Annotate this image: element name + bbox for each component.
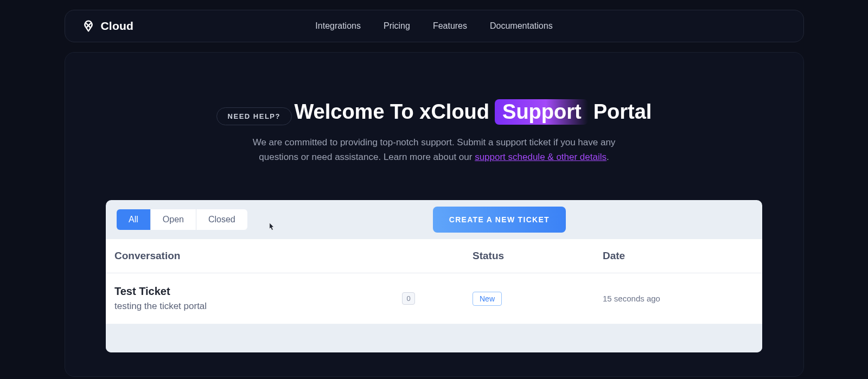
hero: NEED HELP? Welcome To xCloud Support Por… xyxy=(65,84,803,164)
ticket-reply-count-badge: 0 xyxy=(402,292,415,305)
brand-name: Cloud xyxy=(101,20,133,33)
ticket-row-title: Test Ticket xyxy=(114,285,402,298)
primary-nav: Integrations Pricing Features Documentat… xyxy=(315,21,552,31)
ticket-filter-tabs: All Open Closed xyxy=(117,209,247,230)
nav-link-integrations[interactable]: Integrations xyxy=(315,21,361,31)
support-schedule-link[interactable]: support schedule & other details xyxy=(475,152,607,162)
tab-closed[interactable]: Closed xyxy=(196,209,247,230)
nav-link-pricing[interactable]: Pricing xyxy=(384,21,410,31)
brand-logo[interactable]: Cloud xyxy=(80,18,133,34)
status-badge: New xyxy=(473,292,502,306)
hero-subtitle-end: . xyxy=(607,152,609,162)
ticket-card: All Open Closed CREATE A NEW TICKET Conv… xyxy=(106,200,762,352)
nav-link-features[interactable]: Features xyxy=(433,21,467,31)
ticket-row-date: 15 seconds ago xyxy=(603,294,660,303)
hero-title-pre: Welcome To xCloud xyxy=(294,100,489,124)
hero-title-post: Portal xyxy=(593,100,652,124)
hero-subtitle: We are committed to providing top-notch … xyxy=(239,135,629,164)
top-nav: Cloud Integrations Pricing Features Docu… xyxy=(65,10,804,42)
hero-title: Welcome To xCloud Support Portal xyxy=(294,99,652,125)
hero-title-highlight: Support xyxy=(495,99,588,125)
xcloud-logo-icon xyxy=(80,18,97,34)
ticket-table: Conversation Status Date Test Ticket tes… xyxy=(106,239,762,324)
table-row[interactable]: Test Ticket testing the ticket portal 0 … xyxy=(106,273,762,324)
th-date: Date xyxy=(603,250,754,262)
th-conversation: Conversation xyxy=(114,250,402,262)
ticket-card-footer-spacer xyxy=(106,324,762,352)
ticket-card-toolbar: All Open Closed CREATE A NEW TICKET xyxy=(106,200,762,239)
tab-all[interactable]: All xyxy=(117,209,151,230)
tab-open[interactable]: Open xyxy=(151,209,196,230)
create-new-ticket-button[interactable]: CREATE A NEW TICKET xyxy=(433,207,566,233)
ticket-row-description: testing the ticket portal xyxy=(114,301,402,312)
ticket-table-header: Conversation Status Date xyxy=(106,239,762,273)
content-panel: NEED HELP? Welcome To xCloud Support Por… xyxy=(65,52,804,377)
need-help-pill: NEED HELP? xyxy=(216,107,292,125)
nav-link-documentations[interactable]: Documentations xyxy=(490,21,553,31)
th-status: Status xyxy=(473,250,603,262)
th-count xyxy=(402,250,473,262)
